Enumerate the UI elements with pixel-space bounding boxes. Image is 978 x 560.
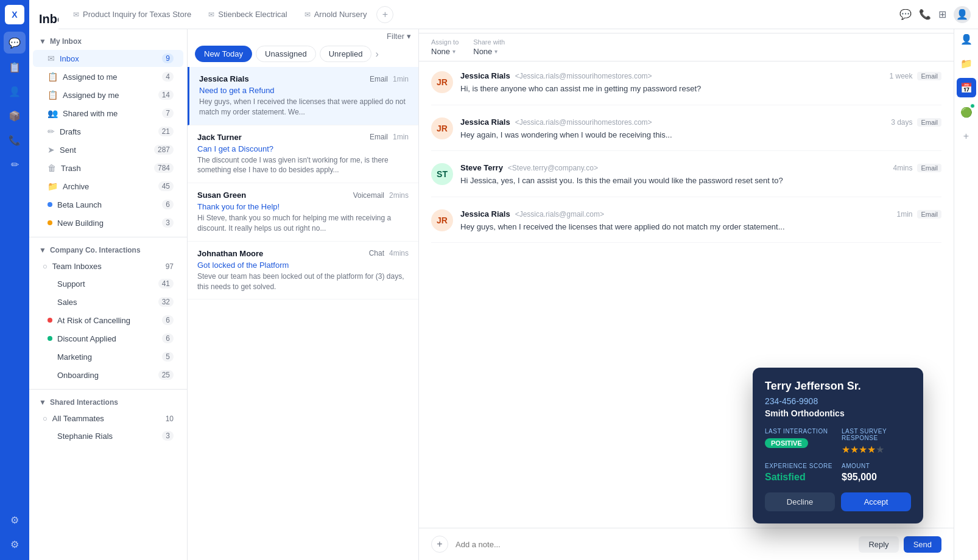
- sidebar-item-onboarding[interactable]: Onboarding 25: [33, 366, 183, 383]
- sidebar-item-sales[interactable]: Sales 32: [33, 293, 183, 310]
- conv-3-subject: Thank you for the Help!: [197, 202, 409, 211]
- content-area: Inbox ▼ My Inbox ✉ Inbox 9 📋 Assigned to…: [29, 0, 978, 560]
- user-avatar[interactable]: 👤: [954, 6, 971, 23]
- topbar-grid-icon[interactable]: ⊞: [938, 9, 946, 20]
- sales-count: 32: [158, 297, 174, 307]
- tab-filter-new-today[interactable]: New Today: [195, 46, 252, 62]
- conv-2-name: Jack Turner: [197, 133, 242, 142]
- msg-2-email: <Jessica.rials@missourihomestores.com>: [515, 118, 652, 127]
- filter-button[interactable]: Filter ▾: [387, 32, 411, 41]
- conv-4-preview: Steve our team has been locked out of th…: [197, 271, 409, 292]
- msg-4-time: 1min: [896, 210, 912, 219]
- inbox-icon: ✉: [47, 54, 55, 63]
- topbar-phone-icon[interactable]: 📞: [919, 9, 931, 20]
- sidebar-item-stephanie[interactable]: Stephanie Rials 3: [33, 427, 183, 444]
- nav-icon-phone[interactable]: 📞: [4, 129, 26, 151]
- at-risk-label: At Risk of Cancelling: [57, 316, 162, 325]
- nav-icon-settings2[interactable]: ⚙: [4, 533, 26, 555]
- nav-icon-chat[interactable]: 💬: [4, 32, 26, 54]
- sidebar-item-assigned-by-me[interactable]: 📋 Assigned by me 14: [33, 86, 183, 103]
- sidebar-item-sent[interactable]: ➤ Sent 287: [33, 141, 183, 158]
- team-inboxes-item[interactable]: ○ Team Inboxes 97: [33, 259, 183, 274]
- conv-4-header: Johnathan Moore Chat 4mins: [197, 249, 409, 258]
- conv-2-preview: The discount code I was given isn't work…: [197, 155, 409, 176]
- compose-input[interactable]: [456, 540, 851, 549]
- conv-item-2[interactable]: Jack Turner Email 1min Can I get a Disco…: [188, 125, 418, 184]
- conv-1-time: 1min: [393, 75, 409, 83]
- topbar-chat-icon[interactable]: 💬: [899, 9, 912, 20]
- conv-item-1[interactable]: Jessica Rials Email 1min Need to get a R…: [188, 67, 418, 125]
- sidebar-item-shared[interactable]: 👥 Shared with me 7: [33, 105, 183, 122]
- nav-icon-contacts[interactable]: 👤: [4, 80, 26, 102]
- share-with-value-row[interactable]: None ▾: [473, 47, 505, 56]
- tab-filter-unreplied[interactable]: Unreplied: [320, 46, 372, 62]
- discount-count: 6: [162, 334, 174, 343]
- last-survey-group: LAST SURVEY RESPONSE ★★★★★: [842, 428, 911, 455]
- add-tab-button[interactable]: +: [376, 6, 393, 23]
- all-teammates-count: 10: [166, 415, 174, 423]
- company-section[interactable]: ▼ Company Co. Interactions: [29, 242, 187, 258]
- my-inbox-section[interactable]: ▼ My Inbox: [29, 33, 187, 49]
- conv-2-header: Jack Turner Email 1min: [197, 133, 409, 142]
- send-button[interactable]: Send: [904, 536, 941, 553]
- accept-button[interactable]: Accept: [841, 492, 911, 511]
- sidebar-item-support[interactable]: Support 41: [33, 275, 183, 292]
- experience-label: EXPERIENCE SCORE: [765, 463, 834, 469]
- assign-to-value-row[interactable]: None ▾: [431, 47, 459, 56]
- beta-launch-dot: [47, 202, 52, 207]
- sidebar-item-at-risk[interactable]: At Risk of Cancelling 6: [33, 312, 183, 329]
- nav-icon-deals[interactable]: 📦: [4, 105, 26, 127]
- conv-item-4[interactable]: Johnathan Moore Chat 4mins Got locked of…: [188, 242, 418, 300]
- rs-green-icon[interactable]: 🟢: [957, 102, 976, 122]
- sidebar-item-marketing[interactable]: Marketing 5: [33, 348, 183, 365]
- reply-button[interactable]: Reply: [859, 536, 898, 553]
- msg-3-email: <Steve.terry@company.co>: [508, 164, 598, 172]
- archive-icon: 📁: [47, 181, 58, 191]
- conv-1-channel: Email: [370, 75, 388, 83]
- conv-3-meta: Voicemail 2mins: [353, 191, 409, 200]
- stephanie-count: 3: [162, 431, 174, 441]
- tab-filter-unassigned[interactable]: Unassigned: [256, 46, 316, 62]
- tab-3[interactable]: ✉ Arnold Nursery: [297, 6, 375, 23]
- msg-4-email: <Jessica.rials@gmail.com>: [515, 210, 604, 219]
- nav-icon-list[interactable]: 📋: [4, 56, 26, 78]
- assign-to-arrow: ▾: [452, 48, 456, 55]
- shared-section[interactable]: ▼ Shared Interactions: [29, 394, 187, 410]
- new-building-dot: [47, 220, 52, 225]
- sidebar-item-assigned-to-me[interactable]: 📋 Assigned to me 4: [33, 68, 183, 85]
- msg-4-header: Jessica Rials <Jessica.rials@gmail.com> …: [460, 209, 941, 219]
- sidebar-item-drafts[interactable]: ✏ Drafts 21: [33, 123, 183, 140]
- rs-add-icon[interactable]: +: [957, 127, 976, 146]
- tab-1[interactable]: ✉ Product Inquiry for Texas Store: [66, 6, 199, 23]
- sidebar-item-trash[interactable]: 🗑 Trash 784: [33, 159, 183, 177]
- msg-3-sender: Steve Terry: [460, 163, 503, 172]
- msg-2-time: 3 days: [891, 118, 912, 127]
- assigned-by-me-label: Assigned by me: [63, 91, 158, 100]
- all-teammates-item[interactable]: ○ All Teammates 10: [33, 411, 183, 426]
- nav-icon-settings[interactable]: ⚙: [4, 509, 26, 531]
- rs-contact-icon[interactable]: 👤: [957, 29, 976, 49]
- sidebar-item-archive[interactable]: 📁 Archive 45: [33, 178, 183, 195]
- beta-launch-count: 6: [162, 200, 174, 209]
- sidebar-item-discount[interactable]: Discount Applied 6: [33, 330, 183, 347]
- rs-calendar-icon[interactable]: 📅: [957, 78, 976, 97]
- conversation-detail: Need to get a Refund 🏷 ⋮ Assign to None …: [419, 0, 954, 560]
- sidebar-item-beta-launch[interactable]: Beta Launch 6: [33, 196, 183, 213]
- sidebar-item-new-building[interactable]: New Building 3: [33, 214, 183, 231]
- sidebar: Inbox ▼ My Inbox ✉ Inbox 9 📋 Assigned to…: [29, 0, 188, 560]
- nav-icon-edit[interactable]: ✏: [4, 153, 26, 175]
- compose-add-button[interactable]: +: [431, 536, 448, 553]
- conv-2-subject: Can I get a Discount?: [197, 144, 409, 153]
- discount-label: Discount Applied: [57, 334, 162, 343]
- company-arrow: ▼: [39, 246, 46, 254]
- sidebar-item-inbox[interactable]: ✉ Inbox 9: [33, 50, 183, 67]
- contact-card-grid: LAST INTERACTION POSITIVE LAST SURVEY RE…: [765, 428, 911, 483]
- decline-button[interactable]: Decline: [765, 492, 835, 511]
- green-badge: [970, 103, 975, 108]
- rs-files-icon[interactable]: 📁: [957, 54, 976, 73]
- tab-filter-more[interactable]: ›: [375, 49, 378, 60]
- app-logo[interactable]: X: [5, 5, 24, 24]
- conv-item-3[interactable]: Susan Green Voicemail 2mins Thank you fo…: [188, 183, 418, 242]
- conv-3-preview: Hi Steve, thank you so much for helping …: [197, 213, 409, 234]
- tab-2[interactable]: ✉ Stienbeck Electrical: [201, 6, 294, 23]
